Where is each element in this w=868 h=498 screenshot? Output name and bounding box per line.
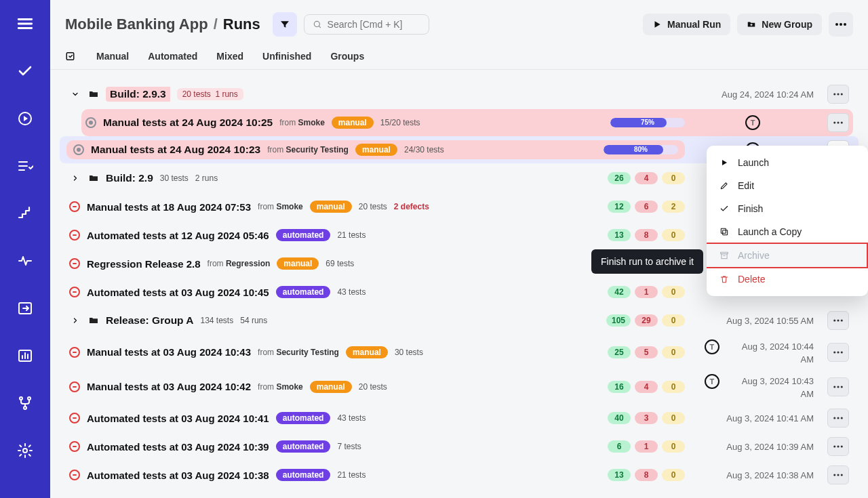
menu-delete-label: Delete [738, 274, 765, 285]
kebab-icon [835, 23, 846, 26]
menu-launch-copy[interactable]: Launch a Copy [707, 220, 868, 243]
row-kebab-button[interactable] [827, 377, 849, 396]
row-kebab-button[interactable] [827, 465, 849, 484]
branch-icon[interactable] [9, 388, 41, 419]
svg-point-28 [837, 351, 839, 353]
runs-list: Build: 2.9.3 20 tests 1 runs Aug 24, 202… [50, 70, 868, 498]
run-stat: 7 tests [337, 442, 361, 451]
svg-point-30 [833, 386, 835, 388]
run-stat: 69 tests [326, 259, 354, 268]
tab-unfinished[interactable]: Unfinished [262, 51, 311, 62]
warn-badge: 0 [662, 469, 685, 481]
play-circle-icon[interactable] [9, 103, 41, 134]
run-time: Aug 3, 2024 10:39 AM [692, 442, 814, 452]
row-kebab-button[interactable] [827, 437, 849, 456]
run-row[interactable]: Automated tests at 03 Aug 2024 10:41 aut… [65, 404, 853, 432]
pass-badge: 12 [608, 201, 631, 213]
warn-badge: 0 [662, 172, 685, 184]
run-row[interactable]: Manual tests at 24 Aug 2024 10:25 from S… [81, 109, 853, 136]
run-row[interactable]: Automated tests at 03 Aug 2024 10:38 aut… [65, 461, 853, 489]
tab-manual[interactable]: Manual [96, 51, 129, 62]
svg-point-19 [837, 121, 839, 123]
progress-icon [85, 117, 96, 128]
svg-point-29 [841, 351, 843, 353]
warn-badge: 0 [662, 381, 685, 393]
run-stat: 21 tests [337, 230, 366, 240]
chevron-right-icon[interactable] [69, 314, 81, 327]
fail-badge: 8 [635, 469, 658, 481]
filter-button[interactable] [273, 12, 297, 37]
run-row[interactable]: Manual tests at 03 Aug 2024 10:43 from S… [65, 335, 853, 369]
menu-finish[interactable]: Finish [707, 197, 868, 220]
pass-badge: 13 [608, 229, 631, 241]
row-kebab-button[interactable] [827, 343, 849, 362]
svg-point-17 [841, 93, 843, 95]
tab-mixed[interactable]: Mixed [216, 51, 243, 62]
svg-point-26 [841, 319, 843, 321]
breadcrumb-page: Runs [223, 16, 260, 33]
row-kebab-button[interactable] [827, 311, 849, 330]
tab-groups[interactable]: Groups [330, 51, 364, 62]
funnel-icon [279, 19, 290, 30]
archive-icon [719, 250, 730, 261]
list-check-icon[interactable] [9, 150, 41, 182]
page-kebab-button[interactable] [829, 12, 853, 37]
select-icon[interactable] [65, 50, 77, 62]
svg-point-34 [837, 417, 839, 419]
menu-edit[interactable]: Edit [707, 174, 868, 197]
import-icon[interactable] [9, 293, 41, 324]
row-kebab-button[interactable] [827, 409, 849, 428]
group-title: Release: Group A [106, 314, 194, 327]
group-runs: 2 runs [195, 173, 218, 183]
menu-icon[interactable] [9, 8, 41, 39]
search-input[interactable] [328, 19, 420, 30]
menu-launch[interactable]: Launch [707, 151, 868, 174]
breadcrumb-project[interactable]: Mobile Banking App [65, 16, 208, 33]
menu-launch-copy-label: Launch a Copy [738, 226, 802, 237]
run-from: from Smoke [279, 118, 325, 127]
warn-badge: 0 [662, 286, 685, 298]
folder-plus-icon [747, 20, 756, 29]
new-group-button[interactable]: New Group [737, 14, 822, 35]
finished-icon [69, 347, 80, 358]
run-from: from Security Testing [258, 348, 339, 357]
menu-delete[interactable]: Delete [707, 268, 868, 291]
manual-run-button[interactable]: Manual Run [643, 14, 730, 35]
assignee-avatar[interactable]: T [745, 115, 760, 130]
copy-icon [719, 226, 730, 237]
row-kebab-button[interactable] [827, 85, 849, 104]
finished-icon [69, 470, 80, 480]
tab-automated[interactable]: Automated [148, 51, 197, 62]
assignee-avatar[interactable]: T [705, 374, 719, 389]
row-kebab-button[interactable] [827, 113, 849, 132]
assignee-avatar[interactable]: T [705, 339, 719, 354]
group-runs: 54 runs [240, 316, 267, 325]
tabs: Manual Automated Mixed Unfinished Groups [50, 43, 868, 70]
chevron-right-icon[interactable] [69, 172, 81, 184]
svg-point-5 [24, 407, 26, 409]
run-title: Automated tests at 12 Aug 2024 05:46 [87, 230, 269, 241]
svg-point-36 [833, 445, 835, 447]
check-icon[interactable] [9, 56, 41, 87]
run-row[interactable]: Manual tests at 03 Aug 2024 10:42 from S… [65, 370, 853, 403]
group-row[interactable]: Release: Group A 134 tests 54 runs 105 2… [65, 307, 853, 334]
gear-icon[interactable] [9, 435, 41, 466]
run-title: Manual tests at 24 Aug 2024 10:23 [91, 144, 260, 156]
defects-link[interactable]: 2 defects [394, 202, 429, 211]
steps-icon[interactable] [9, 198, 41, 229]
group-row[interactable]: Build: 2.9.3 20 tests 1 runs Aug 24, 202… [65, 81, 853, 108]
run-time: Aug 3, 2024 10:43 AM [742, 376, 814, 399]
fail-badge: 1 [635, 440, 658, 453]
run-row[interactable]: Automated tests at 03 Aug 2024 10:39 aut… [65, 433, 853, 460]
svg-point-3 [20, 397, 22, 400]
activity-icon[interactable] [9, 245, 41, 276]
search-input-wrap[interactable] [304, 14, 429, 35]
svg-rect-42 [723, 230, 728, 235]
group-tests: 30 tests [160, 173, 189, 183]
bar-chart-icon[interactable] [9, 340, 41, 371]
warn-badge: 2 [662, 201, 685, 213]
pass-badge: 25 [608, 346, 631, 358]
chevron-down-icon[interactable] [69, 88, 81, 100]
svg-point-37 [837, 445, 839, 447]
run-time: Aug 3, 2024 10:41 AM [692, 413, 814, 423]
